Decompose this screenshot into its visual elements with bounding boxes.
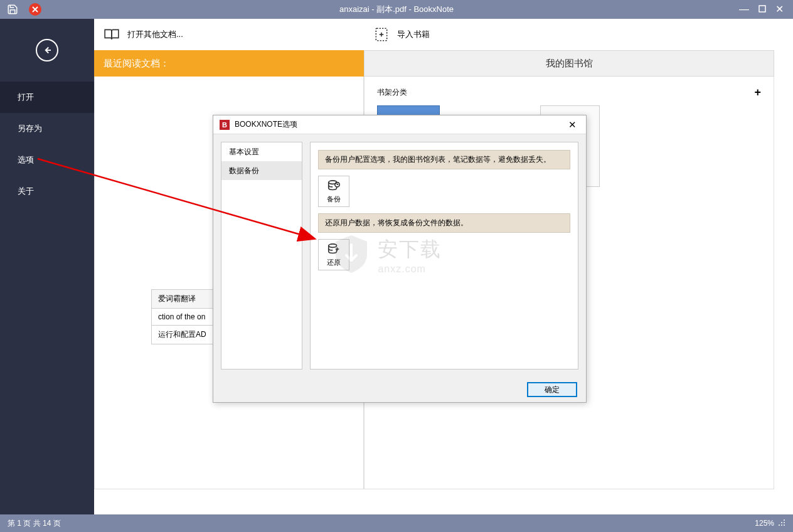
sidebar: 打开 另存为 选项 关于	[0, 19, 94, 514]
sidebar-item-open[interactable]: 打开	[0, 82, 94, 113]
svg-point-7	[784, 519, 785, 521]
sidebar-item-about[interactable]: 关于	[0, 176, 94, 207]
library-header: 我的图书馆	[364, 50, 774, 77]
sidebar-item-label: 选项	[18, 154, 34, 166]
page-indicator: 第 1 页 共 14 页	[8, 518, 61, 529]
dialog-close-button[interactable]: ✕	[565, 119, 580, 130]
svg-point-11	[781, 524, 782, 526]
sidebar-item-saveas[interactable]: 另存为	[0, 113, 94, 144]
backup-info: 备份用户配置选项，我的图书馆列表，笔记数据等，避免数据丢失。	[318, 150, 570, 169]
sidebar-item-label: 另存为	[18, 123, 42, 134]
statusbar: 第 1 页 共 14 页 125%	[0, 514, 793, 532]
window-title: anxaizai - 副本.pdf - BookxNote	[339, 4, 454, 15]
svg-point-17	[329, 243, 337, 247]
open-other-doc[interactable]: 打开其他文档...	[94, 19, 364, 50]
save-icon[interactable]	[6, 3, 19, 16]
svg-point-10	[784, 524, 785, 526]
nav-data-backup[interactable]: 数据备份	[221, 161, 302, 180]
maximize-button[interactable]	[758, 4, 766, 14]
svg-rect-2	[759, 6, 765, 12]
ok-button[interactable]: 确定	[527, 382, 577, 397]
svg-point-8	[784, 522, 785, 523]
open-other-label: 打开其他文档...	[127, 29, 183, 40]
import-books-label: 导入书籍	[397, 29, 430, 40]
sidebar-item-label: 关于	[18, 186, 34, 197]
restore-button[interactable]: 还原	[318, 239, 349, 270]
app-logo-icon: B	[220, 120, 230, 130]
snippet-cell: 爱词霸翻译	[151, 289, 213, 309]
sidebar-item-options[interactable]: 选项	[0, 144, 94, 176]
shelf-category-label: 书架分类	[377, 87, 754, 98]
restore-info: 还原用户数据，将恢复成备份文件的数据。	[318, 213, 570, 233]
database-restore-icon	[327, 243, 341, 257]
snippet-cell: 运行和配置AD	[151, 325, 213, 344]
restore-button-label: 还原	[327, 258, 341, 267]
zoom-level: 125%	[755, 519, 774, 528]
sidebar-item-label: 打开	[18, 92, 34, 103]
dialog-title: BOOKXNOTE选项	[235, 119, 565, 130]
svg-point-9	[781, 522, 782, 523]
add-shelf-button[interactable]: +	[754, 86, 761, 99]
back-button[interactable]	[0, 19, 94, 82]
close-button[interactable]: ✕	[775, 4, 784, 14]
dialog-nav: 基本设置 数据备份	[221, 142, 302, 370]
import-book-icon	[373, 26, 390, 43]
minimize-button[interactable]: —	[739, 4, 749, 14]
backup-button[interactable]: 备份	[318, 176, 349, 207]
backup-button-label: 备份	[327, 194, 341, 204]
options-dialog: B BOOKXNOTE选项 ✕ 基本设置 数据备份 备份用户配置选项，我的图书馆…	[213, 115, 587, 403]
snippet-cell: ction of the on	[151, 308, 213, 326]
book-open-icon	[104, 28, 120, 41]
close-document-icon[interactable]	[29, 3, 41, 16]
recent-docs-header: 最近阅读文档：	[94, 50, 364, 77]
resize-grip-icon[interactable]	[778, 519, 785, 528]
import-books[interactable]: 导入书籍	[364, 19, 774, 50]
database-backup-icon	[327, 179, 341, 193]
svg-point-12	[779, 524, 780, 526]
titlebar: anxaizai - 副本.pdf - BookxNote — ✕	[0, 0, 793, 19]
nav-basic-settings[interactable]: 基本设置	[221, 142, 302, 161]
